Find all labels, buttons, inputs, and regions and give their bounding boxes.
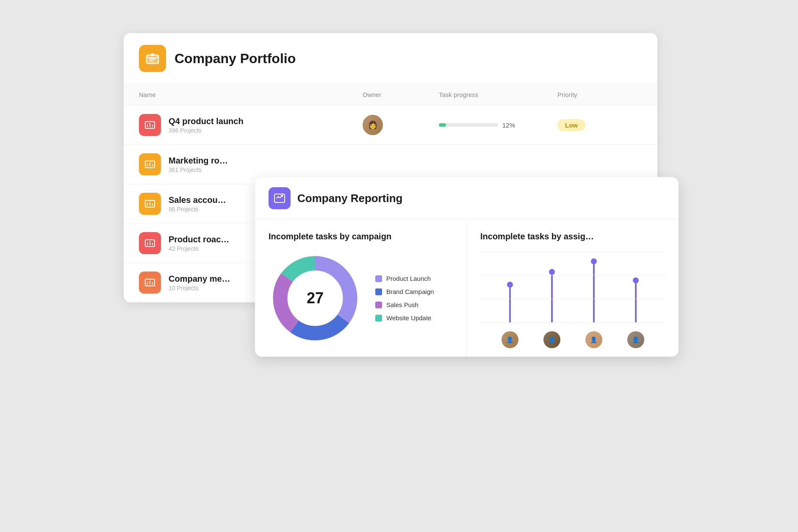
row-name-text: Company me… 10 Projects	[169, 274, 230, 291]
assignee-avatar: 👤	[627, 331, 644, 348]
priority-badge: Low	[557, 119, 585, 131]
legend-label: Sales Push	[386, 301, 418, 308]
portfolio-header: Company Portfolio	[124, 33, 657, 84]
row-progress: 12%	[439, 122, 557, 129]
row-sub: 10 Projects	[169, 285, 230, 291]
legend-label: Product Launch	[386, 275, 431, 282]
row-name-text: Sales accou… 96 Projects	[169, 195, 226, 213]
grid-area	[480, 252, 665, 323]
portfolio-icon	[139, 45, 166, 72]
row-icon	[139, 153, 161, 175]
lollipop-chart-area: 👤 👤 👤 👤	[480, 252, 665, 345]
lollipop-dot	[591, 258, 597, 264]
legend-color	[375, 302, 382, 308]
row-title: Company me…	[169, 274, 230, 284]
legend-label: Brand Campaign	[386, 288, 434, 295]
lollipop-dot	[507, 282, 513, 288]
donut-total: 27	[307, 289, 324, 307]
svg-rect-3	[149, 58, 156, 60]
svg-rect-4	[149, 61, 153, 62]
lollipop-dot	[633, 277, 639, 283]
row-sub: 96 Projects	[169, 206, 226, 213]
legend-color	[375, 315, 382, 321]
svg-rect-10	[274, 194, 285, 202]
legend-color	[375, 288, 382, 295]
donut-area: 27 Product Launch Brand Campaign	[269, 252, 453, 345]
svg-rect-2	[151, 53, 154, 56]
row-name-text: Q4 product launch 396 Projects	[169, 116, 244, 134]
assignee-avatar: 👤	[543, 331, 560, 348]
table-header: Name Owner Task progress Priority	[124, 84, 657, 105]
table-row[interactable]: Q4 product launch 396 Projects 👩 12% Low	[124, 105, 657, 145]
row-sub: 396 Projects	[169, 127, 244, 134]
avatar-row: 👤 👤 👤 👤	[480, 326, 665, 348]
legend-item: Product Launch	[375, 275, 434, 282]
donut-title: Incomplete tasks by campaign	[269, 232, 453, 241]
portfolio-title: Company Portfolio	[175, 51, 296, 66]
legend-item: Website Update	[375, 314, 434, 321]
progress-pct: 12%	[502, 122, 515, 129]
donut-legend: Product Launch Brand Campaign Sales Push	[375, 275, 434, 321]
row-owner: 👩	[363, 115, 439, 135]
owner-avatar: 👩	[363, 115, 383, 135]
col-owner: Owner	[363, 91, 439, 98]
row-icon	[139, 114, 161, 136]
row-title: Product roac…	[169, 235, 229, 244]
row-icon	[139, 193, 161, 215]
assignee-avatar: 👤	[502, 331, 518, 348]
progress-fill	[439, 123, 446, 127]
row-title: Q4 product launch	[169, 116, 244, 126]
row-name-cell: Marketing ro… 361 Projects	[139, 153, 363, 175]
row-sub: 361 Projects	[169, 166, 228, 173]
assignee-avatar: 👤	[585, 331, 602, 348]
row-title: Sales accou…	[169, 195, 226, 205]
reporting-header: Company Reporting	[255, 177, 679, 220]
legend-label: Website Update	[386, 314, 431, 321]
row-name-text: Marketing ro… 361 Projects	[169, 156, 228, 173]
row-sub: 42 Projects	[169, 245, 229, 252]
reporting-icon	[269, 187, 291, 209]
col-name: Name	[139, 91, 363, 98]
lollipop-dot	[549, 269, 555, 275]
row-icon	[139, 272, 161, 294]
row-name-text: Product roac… 42 Projects	[169, 235, 229, 252]
lollipop-panel: Incomplete tasks by assig…	[467, 220, 679, 357]
legend-item: Brand Campaign	[375, 288, 434, 295]
legend-item: Sales Push	[375, 301, 434, 308]
progress-bar	[439, 123, 498, 127]
reporting-body: Incomplete tasks by campaign	[255, 220, 679, 357]
reporting-title: Company Reporting	[297, 192, 402, 205]
legend-color	[375, 275, 382, 282]
row-priority: Low	[557, 119, 642, 131]
row-name-cell: Q4 product launch 396 Projects	[139, 114, 363, 136]
row-title: Marketing ro…	[169, 156, 228, 166]
donut-panel: Incomplete tasks by campaign	[255, 220, 467, 357]
col-priority: Priority	[557, 91, 642, 98]
lollipop-title: Incomplete tasks by assig…	[480, 232, 665, 241]
donut-chart: 27	[269, 252, 362, 345]
col-progress: Task progress	[439, 91, 557, 98]
reporting-card: Company Reporting Incomplete tasks by ca…	[255, 177, 679, 357]
row-icon	[139, 232, 161, 254]
